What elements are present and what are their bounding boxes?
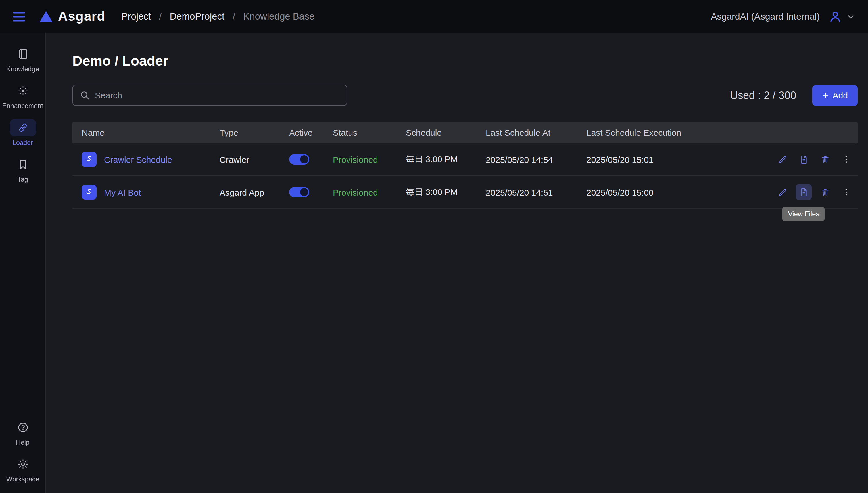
column-header-status: Status: [328, 128, 401, 137]
app-root: Asgard Project / DemoProject / Knowledge…: [0, 0, 868, 493]
status-badge: Provisioned: [328, 154, 401, 164]
toggle-knob: [300, 155, 308, 164]
account-label: AsgardAI (Asgard Internal): [711, 11, 820, 22]
last-schedule-at-cell: 2025/05/20 14:51: [481, 187, 582, 197]
active-toggle[interactable]: [289, 187, 309, 197]
active-cell: [284, 154, 328, 165]
column-header-name: Name: [77, 128, 215, 137]
sun-icon: [9, 82, 36, 100]
sidebar-item-label: Tag: [17, 176, 28, 183]
sidebar: Knowledge Enhancement Loader: [0, 33, 46, 493]
edit-icon[interactable]: [774, 151, 791, 167]
breadcrumb-separator: /: [232, 11, 235, 22]
hamburger-menu-icon[interactable]: [10, 9, 28, 23]
type-cell: Crawler: [215, 154, 284, 164]
sidebar-bottom: Help Workspace: [0, 419, 46, 493]
loader-name-link[interactable]: Crawler Schedule: [104, 154, 172, 164]
schedule-cell: 毎日 3:00 PM: [401, 187, 481, 198]
sidebar-item-help[interactable]: Help: [0, 419, 46, 446]
sidebar-item-knowledge[interactable]: Knowledge: [0, 45, 46, 72]
toggle-knob: [300, 188, 308, 196]
last-schedule-execution-cell: 2025/05/20 15:00: [582, 187, 728, 197]
loader-app-icon: [82, 185, 96, 200]
last-schedule-at-cell: 2025/05/20 14:54: [481, 154, 582, 164]
view-files-tooltip: View Files: [782, 207, 825, 221]
column-header-last-schedule-at: Last Schedule At: [481, 128, 582, 137]
active-cell: [284, 187, 328, 197]
bookmark-icon: [9, 156, 36, 173]
schedule-cell: 毎日 3:00 PM: [401, 154, 481, 165]
column-header-type: Type: [215, 128, 284, 137]
breadcrumb-project[interactable]: Project: [121, 11, 151, 22]
topbar: Asgard Project / DemoProject / Knowledge…: [0, 0, 868, 33]
more-options-icon[interactable]: [838, 151, 854, 167]
column-header-last-schedule-execution: Last Schedule Execution: [582, 128, 728, 137]
name-cell: Crawler Schedule: [77, 152, 215, 167]
sidebar-item-label: Knowledge: [6, 66, 39, 72]
loader-app-icon: [82, 152, 96, 167]
usage-counter: Used : 2 / 300: [730, 89, 796, 102]
page-title: Demo / Loader: [72, 53, 858, 69]
name-cell: My AI Bot: [77, 185, 215, 200]
help-icon: [9, 419, 36, 436]
row-actions: [728, 151, 858, 167]
delete-icon[interactable]: [817, 184, 833, 200]
brand-title: Asgard: [58, 8, 106, 24]
view-files-icon[interactable]: [796, 151, 812, 167]
controls-row: Used : 2 / 300 + Add: [72, 85, 858, 106]
gear-icon: [9, 456, 36, 473]
sidebar-item-label: Enhancement: [2, 102, 43, 109]
sidebar-item-tag[interactable]: Tag: [0, 156, 46, 183]
chevron-down-icon[interactable]: [846, 12, 855, 21]
row-actions: View Files: [728, 184, 858, 200]
book-icon: [9, 45, 36, 63]
column-header-schedule: Schedule: [401, 128, 481, 137]
sidebar-item-label: Workspace: [6, 476, 39, 483]
table-row: My AI Bot Asgard App Provisioned 毎日 3:00…: [72, 176, 858, 209]
view-files-icon[interactable]: View Files: [796, 184, 812, 200]
add-button-label: Add: [832, 90, 848, 100]
asgard-logo-icon: [39, 10, 53, 22]
breadcrumb-demoproject[interactable]: DemoProject: [169, 11, 225, 22]
status-badge: Provisioned: [328, 187, 401, 197]
search-input[interactable]: [95, 90, 340, 100]
table-row: Crawler Schedule Crawler Provisioned 毎日 …: [72, 143, 858, 176]
breadcrumb: Project / DemoProject / Knowledge Base: [121, 11, 315, 22]
last-schedule-execution-cell: 2025/05/20 15:01: [582, 154, 728, 164]
delete-icon[interactable]: [817, 151, 833, 167]
link-icon: [9, 119, 36, 136]
sidebar-item-label: Loader: [13, 139, 33, 146]
more-options-icon[interactable]: [838, 184, 854, 200]
search-icon: [80, 90, 90, 100]
user-avatar-icon[interactable]: [828, 9, 843, 24]
search-box: [72, 85, 347, 106]
main-content: Demo / Loader Used : 2 / 300 + Add: [46, 33, 868, 493]
edit-icon[interactable]: [774, 184, 791, 200]
sidebar-item-label: Help: [16, 439, 29, 446]
loader-name-link[interactable]: My AI Bot: [104, 187, 141, 197]
loader-table: Name Type Active Status Schedule Last Sc…: [72, 122, 858, 209]
breadcrumb-separator: /: [159, 11, 162, 22]
type-cell: Asgard App: [215, 187, 284, 197]
table-header: Name Type Active Status Schedule Last Sc…: [72, 122, 858, 143]
active-toggle[interactable]: [289, 154, 309, 165]
column-header-active: Active: [284, 128, 328, 137]
sidebar-item-enhancement[interactable]: Enhancement: [0, 82, 46, 109]
sidebar-item-loader[interactable]: Loader: [0, 119, 46, 146]
sidebar-item-workspace[interactable]: Workspace: [0, 456, 46, 483]
add-button[interactable]: + Add: [812, 85, 858, 106]
plus-icon: +: [822, 90, 828, 101]
breadcrumb-knowledge-base: Knowledge Base: [243, 11, 315, 22]
